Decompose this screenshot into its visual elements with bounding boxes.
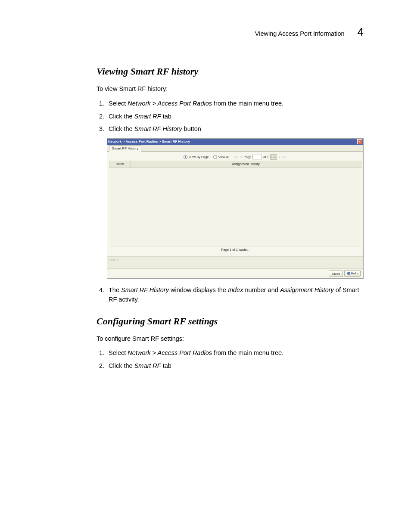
page-label-a: Page — [244, 155, 252, 159]
lead-text-2: To configure Smart RF settings: — [97, 334, 368, 344]
status-bar: Status: — [107, 256, 363, 268]
radio-view-all[interactable] — [213, 155, 217, 159]
first-page-icon[interactable]: << — [234, 155, 239, 159]
window-titlebar: Network > Access Port Radios > Smart RF … — [107, 139, 363, 145]
chapter-number: 4 — [358, 24, 364, 40]
section-heading-viewing: Viewing Smart RF history — [97, 64, 368, 78]
header-title: Viewing Access Port Information — [255, 29, 345, 39]
go-button[interactable]: Go — [270, 154, 277, 160]
step-1-2: Click the Smart RF tab — [106, 112, 368, 121]
page-input[interactable] — [252, 155, 262, 159]
tab-smart-rf-history[interactable]: Smart RF History — [109, 145, 141, 152]
step-1-4: The Smart RF History window displays the… — [106, 286, 368, 305]
steps-list-2: Select Network > Access Port Radios from… — [97, 348, 368, 371]
step-2-2: Click the Smart RF tab — [106, 361, 368, 371]
col-header-index[interactable]: Index — [109, 161, 131, 167]
page-status: Page 1 of 1 loaded. — [109, 246, 361, 254]
close-button[interactable]: Close — [329, 271, 343, 277]
col-header-assignment-history[interactable]: Assignment History — [131, 161, 361, 167]
view-all-label: View all — [218, 155, 230, 159]
tab-row: Smart RF History — [107, 145, 363, 152]
tab-panel: View By Page View all << < Page of 1 Go … — [107, 152, 363, 256]
steps-list-1: Select Network > Access Port Radios from… — [97, 99, 368, 134]
step-1-1: Select Network > Access Port Radios from… — [106, 99, 368, 109]
view-by-page-label: View By Page — [189, 155, 209, 159]
window-footer: Close Help — [107, 268, 363, 278]
prev-page-icon[interactable]: < — [240, 155, 242, 159]
section-heading-configuring: Configuring Smart RF settings — [97, 314, 368, 328]
step-1-3: Click the Smart RF History button — [106, 124, 368, 134]
next-page-icon[interactable]: > — [278, 155, 281, 159]
pager-bar: View By Page View all << < Page of 1 Go … — [109, 152, 361, 161]
breadcrumb: Network > Access Port Radios > Smart RF … — [108, 139, 190, 144]
lead-text-1: To view Smart RF history: — [97, 84, 368, 94]
status-label: Status: — [109, 258, 119, 262]
radio-view-by-page[interactable] — [184, 155, 187, 159]
history-table: Index Assignment History — [109, 161, 361, 246]
help-button[interactable]: Help — [344, 270, 361, 277]
table-empty-body — [109, 167, 361, 246]
page-label-b: of 1 — [263, 155, 269, 159]
page-header: Viewing Access Port Information 4 — [43, 24, 368, 40]
last-page-icon[interactable]: >> — [282, 155, 287, 159]
close-icon[interactable]: × — [357, 139, 362, 144]
steps-list-1b: The Smart RF History window displays the… — [97, 286, 368, 305]
smart-rf-history-window: Network > Access Port Radios > Smart RF … — [107, 138, 364, 279]
step-2-1: Select Network > Access Port Radios from… — [106, 348, 368, 358]
help-icon — [347, 272, 350, 275]
